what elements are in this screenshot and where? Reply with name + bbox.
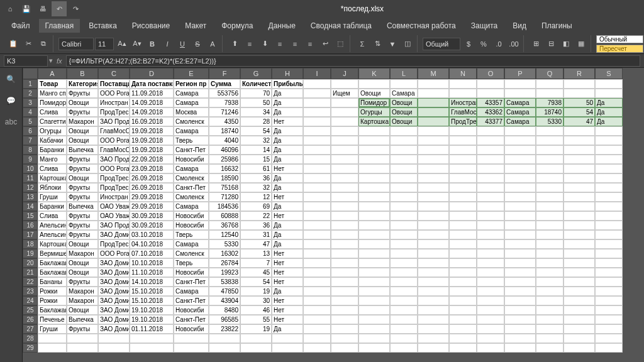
cell[interactable] <box>303 277 331 287</box>
row-header[interactable]: 18 <box>23 239 38 249</box>
cell[interactable] <box>418 79 449 89</box>
cell[interactable]: Новосиби <box>174 155 209 164</box>
cell[interactable]: Овощи <box>67 305 98 315</box>
cell[interactable] <box>536 221 564 230</box>
menu-Макет[interactable]: Макет <box>179 19 213 33</box>
row-header[interactable]: 2 <box>23 89 38 98</box>
cell[interactable] <box>536 268 564 277</box>
cell[interactable] <box>564 315 595 324</box>
cell[interactable] <box>418 211 449 221</box>
cell[interactable] <box>564 202 595 211</box>
cell[interactable] <box>536 277 564 287</box>
cell[interactable]: Санкт-Пет <box>174 183 209 192</box>
cell[interactable] <box>536 305 564 315</box>
cell[interactable] <box>595 343 623 353</box>
cell[interactable]: 32 <box>240 136 272 145</box>
cell[interactable]: 184536 <box>209 202 240 211</box>
cell[interactable]: Нет <box>272 305 303 315</box>
cell[interactable]: Фрукты <box>67 155 98 164</box>
cell[interactable]: 19 <box>240 324 272 334</box>
cell[interactable]: Макарон <box>67 249 98 258</box>
cell[interactable] <box>418 202 449 211</box>
row-header[interactable]: 22 <box>23 277 38 287</box>
cell[interactable] <box>477 211 504 221</box>
cell[interactable]: ГлавМосС <box>449 107 477 117</box>
cell[interactable]: Апельсин <box>38 230 67 239</box>
cell[interactable]: Самара <box>174 126 209 136</box>
insert-cells-icon[interactable]: ⊞ <box>529 37 543 51</box>
cell[interactable]: Да <box>595 98 623 107</box>
cell[interactable] <box>564 277 595 287</box>
cell[interactable] <box>418 343 449 353</box>
row-header[interactable]: 3 <box>23 98 38 107</box>
cell[interactable]: Самара <box>174 287 209 296</box>
dec-dec-icon[interactable]: .00 <box>507 37 521 51</box>
cell[interactable] <box>418 173 449 183</box>
cell[interactable]: Овощи <box>67 136 98 145</box>
cell[interactable] <box>449 315 477 324</box>
cell[interactable] <box>504 334 536 343</box>
cell[interactable] <box>595 287 623 296</box>
cell[interactable]: Вермише <box>38 249 67 258</box>
menu-Плагины[interactable]: Плагины <box>535 19 579 33</box>
cell[interactable] <box>595 305 623 315</box>
style-chip[interactable]: Пересчет <box>596 45 643 53</box>
cell[interactable]: Слива <box>38 211 67 221</box>
cell[interactable] <box>331 277 358 287</box>
cell[interactable] <box>564 305 595 315</box>
cell[interactable] <box>504 287 536 296</box>
cell[interactable]: 60888 <box>209 211 240 221</box>
cell[interactable] <box>390 211 418 221</box>
cell[interactable] <box>130 343 174 353</box>
cell[interactable] <box>504 164 536 173</box>
cell[interactable]: Фрукты <box>67 211 98 221</box>
cell[interactable]: Ищем <box>331 89 358 98</box>
strike-icon[interactable]: S <box>191 37 204 51</box>
row-header[interactable]: 27 <box>23 324 38 334</box>
align-top-icon[interactable]: ⬆ <box>228 37 242 51</box>
cell[interactable]: 01.11.2018 <box>130 324 174 334</box>
cell[interactable] <box>564 145 595 155</box>
cell[interactable] <box>358 268 390 277</box>
spreadsheet[interactable]: ABCDEFGHIJKLMNOPQRS1ТоварКатегорияПостав… <box>23 68 644 362</box>
row-header[interactable]: 19 <box>23 249 38 258</box>
cell[interactable] <box>358 287 390 296</box>
style-chip[interactable]: Обычный <box>596 35 643 43</box>
cell[interactable] <box>477 315 504 324</box>
cell[interactable] <box>303 258 331 268</box>
cell[interactable]: Выпечка <box>67 202 98 211</box>
cell[interactable] <box>504 221 536 230</box>
cell[interactable]: ЗАО Прод <box>98 117 130 126</box>
menu-Файл[interactable]: Файл <box>5 19 36 33</box>
cell[interactable] <box>418 305 449 315</box>
cell[interactable]: 18740 <box>209 126 240 136</box>
cell[interactable]: 19 <box>240 287 272 296</box>
cell[interactable]: 5330 <box>209 239 240 249</box>
cell[interactable] <box>331 202 358 211</box>
cell[interactable] <box>358 221 390 230</box>
copy-icon[interactable]: ⧉ <box>36 37 50 51</box>
cell[interactable]: Новосиби <box>174 221 209 230</box>
cell[interactable] <box>564 334 595 343</box>
cell[interactable] <box>98 343 130 353</box>
cell[interactable] <box>564 183 595 192</box>
cell[interactable] <box>303 155 331 164</box>
cell[interactable] <box>564 126 595 136</box>
cell[interactable]: 47850 <box>209 287 240 296</box>
cell[interactable] <box>418 117 449 126</box>
cell[interactable] <box>390 202 418 211</box>
cell[interactable]: Макарон <box>67 296 98 305</box>
row-header[interactable]: 12 <box>23 183 38 192</box>
cell[interactable] <box>504 202 536 211</box>
cell[interactable]: 31 <box>240 230 272 239</box>
cell[interactable]: 14 <box>240 145 272 155</box>
cell[interactable] <box>331 173 358 183</box>
cell[interactable]: ООО Рога <box>98 136 130 145</box>
cell[interactable] <box>418 315 449 324</box>
cell[interactable] <box>564 79 595 89</box>
cell[interactable]: 28 <box>240 117 272 126</box>
col-header[interactable]: F <box>209 68 240 79</box>
cell[interactable] <box>418 126 449 136</box>
cell[interactable]: 10.10.2018 <box>130 258 174 268</box>
menu-Сводная таблица[interactable]: Сводная таблица <box>304 19 378 33</box>
